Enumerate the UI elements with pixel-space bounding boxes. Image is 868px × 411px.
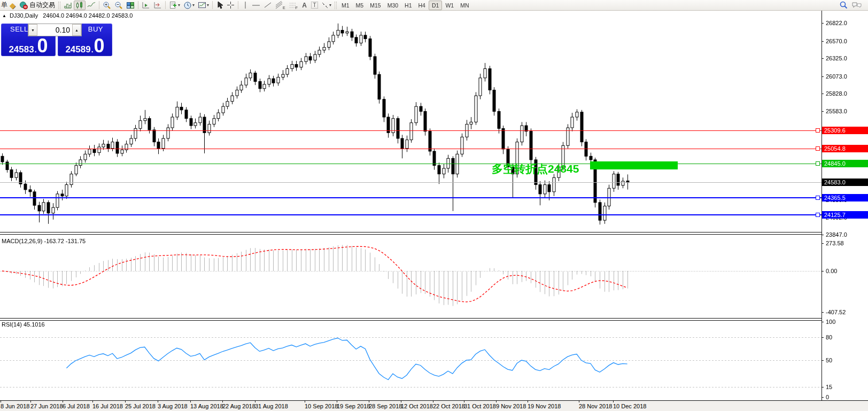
rsi-axis-tick — [821, 397, 824, 398]
price-chart-canvas[interactable] — [0, 11, 821, 400]
horizontal-line-object[interactable] — [0, 214, 821, 215]
date-axis-tick — [433, 401, 433, 402]
line-chart-icon — [87, 1, 96, 10]
price-axis-tick — [821, 58, 824, 59]
timeframe-button-m1[interactable]: M1 — [338, 1, 353, 10]
rsi-axis-tick — [821, 360, 824, 361]
bar-chart-button[interactable] — [62, 1, 74, 10]
date-axis-tick — [613, 401, 614, 402]
spinner-down-icon: ▼ — [31, 28, 35, 32]
line-chart-button[interactable] — [86, 1, 97, 10]
macd-axis-tick — [821, 271, 824, 272]
highlight-rectangle[interactable] — [590, 161, 678, 169]
macd-pane-separator[interactable] — [0, 232, 821, 235]
price-axis-tick-label: 25828.0 — [826, 90, 847, 97]
toolbar-separator — [212, 1, 213, 9]
rsi-pane-separator[interactable] — [0, 318, 821, 321]
timeframe-button-m30[interactable]: M30 — [384, 1, 401, 10]
timeframe-button-d1[interactable]: D1 — [429, 1, 442, 10]
price-marker-label: 25309.6 — [822, 127, 868, 134]
macd-indicator-label: MACD(12,26,9) -163.72 -131.75 — [2, 238, 86, 244]
date-axis-label: 31 Oct 2018 — [464, 403, 496, 409]
date-axis-tick — [222, 401, 223, 402]
new-order-icon[interactable]: ◆ — [7, 1, 18, 10]
toolbar-grip[interactable] — [58, 2, 60, 9]
templates-button[interactable]: ▾ — [196, 1, 211, 10]
toolbar-separator — [165, 1, 166, 9]
vertical-line-button[interactable] — [240, 1, 250, 10]
horizontal-line-object[interactable] — [0, 197, 821, 198]
order-button-clipped[interactable]: 单 — [1, 1, 7, 10]
volume-increase-button[interactable]: ▲ — [72, 24, 81, 36]
symbol-header: ▲ DJ30,Daily 24604.0 24694.0 24482.0 245… — [2, 12, 133, 19]
zoom-out-button[interactable] — [113, 1, 125, 10]
date-axis-label: 22 Aug 2018 — [222, 403, 255, 409]
chat-button[interactable] — [850, 1, 864, 10]
text-tool-button[interactable]: A — [299, 1, 309, 10]
rsi-axis-tick — [821, 322, 824, 322]
date-axis: 8 Jun 201827 Jun 20186 Jul 201816 Jul 20… — [0, 400, 868, 411]
horizontal-line-object[interactable] — [0, 164, 821, 164]
auto-scroll-icon — [142, 1, 150, 10]
rsi-axis-tick — [821, 387, 824, 387]
autotrade-button[interactable]: 自动交易 — [18, 1, 57, 10]
fibonacci-button[interactable]: E — [274, 1, 287, 10]
price-axis-tick — [821, 23, 824, 24]
label-tool-button[interactable]: T — [309, 1, 320, 10]
tile-windows-button[interactable] — [125, 1, 136, 10]
add-indicator-icon — [169, 1, 177, 10]
candlestick-chart-button[interactable] — [74, 1, 86, 10]
horizontal-line-object[interactable] — [0, 149, 821, 149]
dropdown-caret-icon: ▾ — [192, 3, 195, 7]
volume-input[interactable]: 0.10 — [37, 24, 72, 36]
rsi-axis-tick-label: 15 — [826, 384, 832, 390]
trendline-button[interactable] — [262, 1, 274, 10]
hline-anchor-square[interactable] — [816, 128, 820, 133]
hline-anchor-square[interactable] — [816, 146, 820, 151]
date-axis-label: 25 Jul 2018 — [125, 403, 156, 409]
search-button[interactable] — [838, 1, 850, 10]
horizontal-line-object[interactable] — [0, 130, 821, 131]
date-axis-tick — [528, 401, 528, 402]
hline-anchor-square[interactable] — [816, 213, 820, 217]
price-axis-tick-label: 26822.0 — [826, 20, 847, 26]
price-axis-tick — [821, 94, 824, 94]
date-axis-label: 6 Jul 2018 — [63, 403, 90, 409]
shapes-arrows-icon — [321, 2, 329, 9]
grid-tool-button[interactable]: F — [287, 1, 299, 10]
zoom-in-icon — [103, 1, 111, 10]
chat-bubbles-icon — [851, 1, 862, 10]
cursor-button[interactable] — [214, 1, 225, 10]
timeframe-button-mn[interactable]: MN — [457, 1, 472, 10]
auto-scroll-button[interactable] — [140, 1, 152, 10]
shapes-button[interactable]: ▾ — [320, 1, 333, 10]
volume-decrease-button[interactable]: ▼ — [28, 24, 37, 36]
add-indicator-button[interactable]: ▾ — [167, 1, 182, 10]
timeframe-button-w1[interactable]: W1 — [442, 1, 457, 10]
macd-axis-tick — [821, 312, 824, 313]
sell-price-pips: 0 — [37, 38, 48, 54]
timeframe-button-h4[interactable]: H4 — [415, 1, 429, 10]
date-axis-label: 19 Nov 2018 — [528, 403, 561, 409]
date-axis-label: 8 Jun 2018 — [1, 403, 29, 409]
zoom-out-icon — [114, 1, 123, 10]
hline-anchor-square[interactable] — [816, 196, 820, 200]
timeframe-button-h1[interactable]: H1 — [401, 1, 415, 10]
chart-annotation-text[interactable]: 多空转折点24845 — [492, 161, 579, 176]
timeframe-group: M1M5M15M30H1H4D1W1MN — [338, 1, 472, 10]
price-axis-tick-label: 26325.0 — [826, 55, 847, 61]
timeframe-button-m15[interactable]: M15 — [367, 1, 384, 10]
timeframe-button-m5[interactable]: M5 — [353, 1, 367, 10]
crosshair-button[interactable] — [225, 1, 236, 10]
periods-button[interactable]: ▾ — [182, 1, 196, 10]
date-axis-label: 19 Sep 2018 — [337, 403, 370, 409]
horizontal-line-button[interactable] — [250, 1, 262, 10]
collapse-panel-icon[interactable]: ▲ — [2, 13, 6, 18]
autotrade-icon — [19, 1, 28, 10]
toolbar-grip[interactable] — [335, 2, 337, 9]
chart-shift-button[interactable] — [152, 1, 164, 10]
dropdown-caret-icon: ▾ — [207, 3, 209, 7]
template-chart-icon — [198, 1, 206, 10]
hline-anchor-square[interactable] — [816, 161, 820, 166]
zoom-in-button[interactable] — [101, 1, 113, 10]
